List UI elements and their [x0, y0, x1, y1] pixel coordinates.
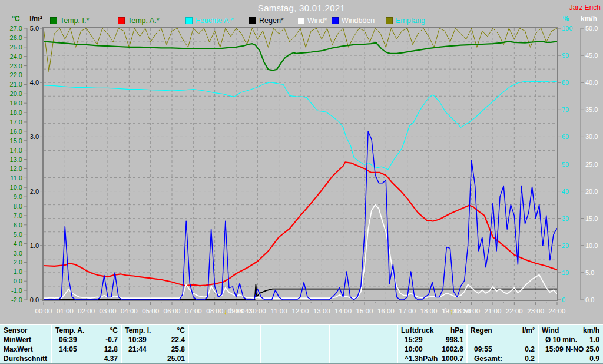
axis-tick-label: 40.0 — [585, 79, 598, 86]
axis-tick-label: 80 — [562, 79, 569, 86]
axis-tick-label: 15.0 — [585, 215, 598, 222]
table-row-label: MinWert — [4, 335, 51, 345]
axis-tick-label: 0.0 — [30, 296, 39, 303]
axis-tick-label: 21.0 — [10, 81, 22, 88]
x-axis-label: 22:00 — [506, 307, 523, 315]
axis-tick-label: 24.0 — [10, 53, 22, 60]
table-column-divider — [538, 325, 539, 363]
x-axis-label: 21:00 — [485, 307, 502, 315]
axis-tick-label: 13.0 — [10, 156, 22, 163]
axis-tick-label: 25.0 — [585, 161, 598, 168]
axis-tick-label: 11.0 — [10, 174, 22, 181]
x-axis-label: 11:00 — [271, 307, 287, 315]
axis-tick-label: 25.0 — [10, 44, 22, 51]
moon-up-arrow-icon: ↑ — [450, 307, 454, 315]
table-cell-value: N-NO 25.0 — [542, 345, 599, 354]
axis-tick-label: 10.0 — [585, 242, 598, 249]
axis-tick-label: 9.0 — [14, 193, 22, 200]
axis-tick-label: 60 — [562, 133, 569, 140]
table-cell-value: 4.37 — [55, 354, 118, 363]
table-cell-value: 0.9 — [542, 354, 599, 363]
table-column-divider — [466, 325, 468, 363]
table-row-label: MaxWert — [4, 345, 51, 354]
axis-tick-label: 17.0 — [10, 118, 22, 125]
table-cell-value: 1002.6 — [401, 345, 463, 354]
x-axis-label: 12:00 — [292, 307, 309, 315]
marker-time-label: 18:56 — [454, 307, 471, 315]
x-axis-label: 16:00 — [377, 307, 395, 315]
axis-tick-label: 3.0 — [30, 133, 39, 140]
axis-tick-label: 30 — [562, 215, 569, 222]
table-cell-value: 22.4 — [125, 335, 185, 345]
axis-tick-label: 4.0 — [14, 240, 22, 247]
axis-tick-label: 40 — [562, 188, 569, 195]
axis-tick-label: 0.0 — [585, 296, 594, 303]
axis-tick-label: 4.0 — [30, 79, 39, 86]
table-cell-value: 998.1 — [401, 335, 463, 345]
x-axis-label: 13:00 — [313, 307, 330, 315]
x-axis-label: 23:00 — [527, 307, 544, 315]
axis-tick-label: 2.0 — [14, 259, 22, 266]
axis-tick-label: 100 — [562, 25, 572, 32]
axis-tick-label: 12.0 — [10, 165, 22, 172]
weather-chart-plot[interactable]: 27.026.025.024.023.022.021.020.019.018.0… — [0, 0, 603, 321]
table-cell-value: 1.0 — [542, 335, 599, 345]
moon-icon: ☾ — [443, 307, 449, 315]
x-axis-label: 06:00 — [164, 307, 181, 315]
axis-tick-label: 20.0 — [10, 90, 22, 97]
axis-tick-label: 50 — [562, 161, 569, 168]
table-column-unit: °C — [125, 326, 185, 335]
moonset-marker: ↓☾08:43 — [224, 306, 253, 316]
x-axis-label: 08:00 — [206, 307, 223, 315]
axis-tick-label: 8.0 — [14, 203, 22, 210]
table-cell-value: 25.8 — [125, 345, 185, 354]
axis-tick-label: -1.0 — [11, 287, 22, 294]
table-column-unit: °C — [55, 326, 118, 335]
table-column-unit: l/m² — [471, 326, 535, 335]
axis-tick-label: 20 — [562, 242, 569, 249]
axis-tick-label: 1.0 — [14, 268, 22, 275]
x-axis-label: 17:00 — [399, 307, 416, 315]
axis-tick-label: 5.0 — [30, 25, 39, 32]
x-axis-label: 01:00 — [57, 307, 74, 315]
table-column-divider — [51, 325, 52, 363]
axis-tick-label: 35.0 — [585, 106, 598, 113]
axis-tick-label: 16.0 — [10, 128, 22, 135]
table-cell-value: -0.7 — [55, 335, 118, 345]
axis-tick-label: 10.0 — [10, 184, 22, 191]
x-axis-label: 24:00 — [549, 307, 566, 315]
axis-tick-label: 23.0 — [10, 62, 22, 70]
axis-tick-label: 1.0 — [30, 242, 39, 249]
axis-tick-label: 2.0 — [30, 188, 39, 195]
table-row-label: Sensor — [4, 326, 51, 335]
table-column-divider — [188, 325, 189, 363]
table-column-unit: km/h — [542, 326, 599, 335]
axis-tick-label: 18.0 — [10, 109, 22, 116]
axis-tick-label: 0 — [562, 296, 565, 303]
x-axis-label: 15:00 — [356, 307, 373, 315]
axis-tick-label: 0.0 — [14, 277, 22, 284]
table-column-divider — [397, 325, 398, 363]
axis-tick-label: 14.0 — [10, 147, 22, 154]
x-axis-label: 03:00 — [100, 307, 117, 315]
axis-tick-label: 15.0 — [10, 137, 22, 144]
table-column-divider — [260, 325, 261, 363]
table-cell-value: 1000.7 — [401, 354, 463, 363]
table-row-label: Durchschnitt — [4, 354, 51, 363]
axis-tick-label: 22.0 — [10, 71, 22, 78]
axis-tick-label: 90 — [562, 52, 569, 59]
moonrise-marker: ☾↑18:56 — [442, 306, 471, 316]
axis-tick-label: 19.0 — [10, 100, 22, 107]
table-cell-value: 12.8 — [55, 345, 118, 354]
marker-time-label: 08:43 — [236, 307, 253, 315]
x-axis-label: 02:00 — [78, 307, 95, 315]
axis-tick-label: 30.0 — [585, 133, 598, 140]
x-axis-label: 00:00 — [35, 307, 52, 315]
axis-tick-label: 5.0 — [14, 231, 22, 238]
axis-tick-label: 5.0 — [585, 269, 594, 276]
axis-tick-label: 6.0 — [14, 221, 22, 229]
axis-tick-label: 70 — [562, 106, 569, 113]
x-axis-label: 14:00 — [334, 307, 352, 315]
axis-tick-label: -2.0 — [11, 296, 22, 303]
table-column-divider — [121, 325, 122, 363]
